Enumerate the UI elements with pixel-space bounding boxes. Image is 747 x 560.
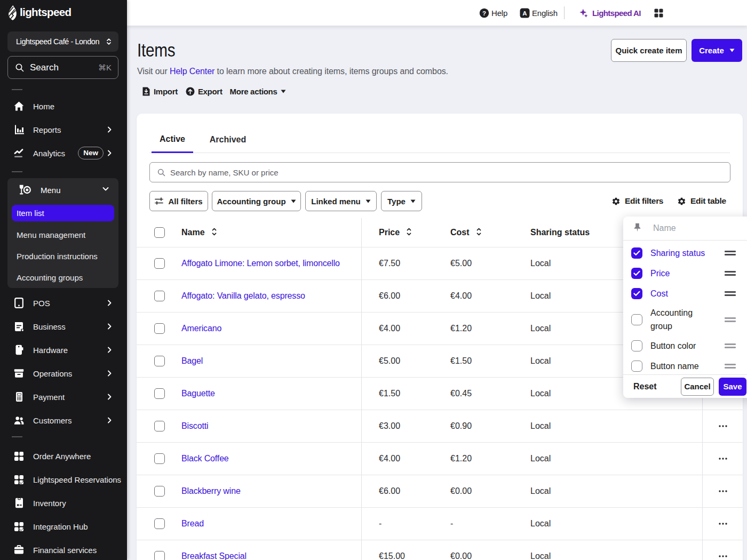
svg-text:?: ? [482,10,486,16]
svg-text:lightspeed: lightspeed [20,7,71,18]
svg-text:A: A [522,10,527,16]
